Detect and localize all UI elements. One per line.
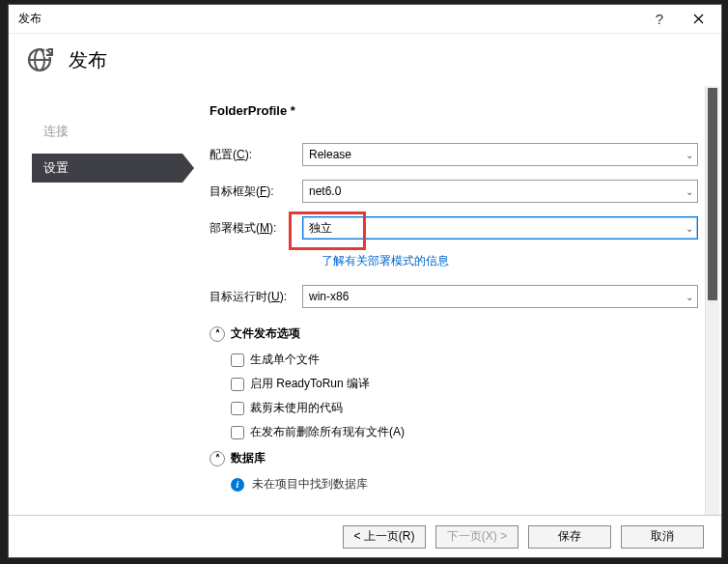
settings-content: FolderProfile * 配置(C): Release ⌄ 目标框架(F)…	[182, 86, 721, 515]
deploy-mode-info: 了解有关部署模式的信息	[322, 253, 698, 269]
prev-button[interactable]: < 上一页(R)	[343, 525, 426, 549]
sidebar: 连接 设置	[9, 86, 182, 515]
section-file-publish-options[interactable]: ˄ 文件发布选项	[210, 325, 698, 342]
select-target-framework[interactable]: net6.0 ⌄	[302, 180, 698, 203]
select-configuration[interactable]: Release ⌄	[302, 143, 698, 166]
label-target-runtime: 目标运行时(U):	[210, 289, 302, 305]
save-button[interactable]: 保存	[528, 525, 611, 549]
page-title: 发布	[69, 47, 107, 73]
select-deploy-mode[interactable]: 独立 ⌄	[302, 216, 698, 240]
cancel-button[interactable]: 取消	[621, 525, 704, 549]
file-options-list: 生成单个文件 启用 ReadyToRun 编译 裁剪未使用的代码 在发布前删除所…	[210, 352, 698, 440]
chevron-down-icon: ⌄	[686, 223, 693, 234]
chevron-down-icon: ⌄	[686, 292, 693, 302]
label-configuration: 配置(C):	[210, 147, 302, 163]
dialog-footer: < 上一页(R) 下一页(X) > 保存 取消	[9, 515, 721, 557]
label-target-framework: 目标框架(F):	[210, 183, 302, 200]
row-configuration: 配置(C): Release ⌄	[210, 143, 698, 166]
row-deploy-mode: 部署模式(M): 独立 ⌄	[210, 216, 698, 240]
publish-dialog: 发布 ? 发布 连接 设置 FolderProfil	[8, 4, 722, 558]
chevron-down-icon: ⌄	[686, 150, 693, 160]
close-button[interactable]	[679, 6, 717, 33]
section-database[interactable]: ˄ 数据库	[210, 450, 698, 466]
title-bar: 发布 ?	[9, 5, 721, 34]
deploy-mode-info-link[interactable]: 了解有关部署模式的信息	[322, 254, 449, 268]
chevron-up-icon: ˄	[210, 326, 225, 342]
row-target-framework: 目标框架(F): net6.0 ⌄	[210, 180, 698, 203]
check-single-file[interactable]: 生成单个文件	[231, 352, 698, 368]
check-readytorun[interactable]: 启用 ReadyToRun 编译	[231, 376, 698, 392]
dialog-header: 发布	[9, 34, 721, 86]
next-button: 下一页(X) >	[435, 525, 518, 549]
row-target-runtime: 目标运行时(U): win-x86 ⌄	[210, 285, 698, 308]
check-delete-existing[interactable]: 在发布前删除所有现有文件(A)	[231, 424, 698, 440]
sidebar-item-settings[interactable]: 设置	[32, 154, 182, 183]
chevron-up-icon: ˄	[210, 451, 225, 466]
info-icon: i	[231, 478, 244, 492]
chevron-down-icon: ⌄	[686, 186, 693, 197]
dialog-body: 连接 设置 FolderProfile * 配置(C): Release ⌄ 目…	[9, 86, 721, 515]
help-button[interactable]: ?	[640, 6, 679, 33]
sidebar-item-connect[interactable]: 连接	[9, 115, 182, 148]
profile-title: FolderProfile *	[210, 103, 698, 118]
scrollbar-thumb[interactable]	[708, 88, 717, 300]
database-info: i 未在项目中找到数据库	[210, 476, 698, 493]
close-icon	[693, 14, 704, 24]
vertical-scrollbar[interactable]	[705, 86, 719, 515]
window-title: 发布	[18, 11, 42, 27]
globe-icon	[24, 44, 55, 75]
select-target-runtime[interactable]: win-x86 ⌄	[302, 285, 698, 308]
label-deploy-mode: 部署模式(M):	[210, 220, 302, 237]
check-trim-unused[interactable]: 裁剪未使用的代码	[231, 400, 698, 416]
